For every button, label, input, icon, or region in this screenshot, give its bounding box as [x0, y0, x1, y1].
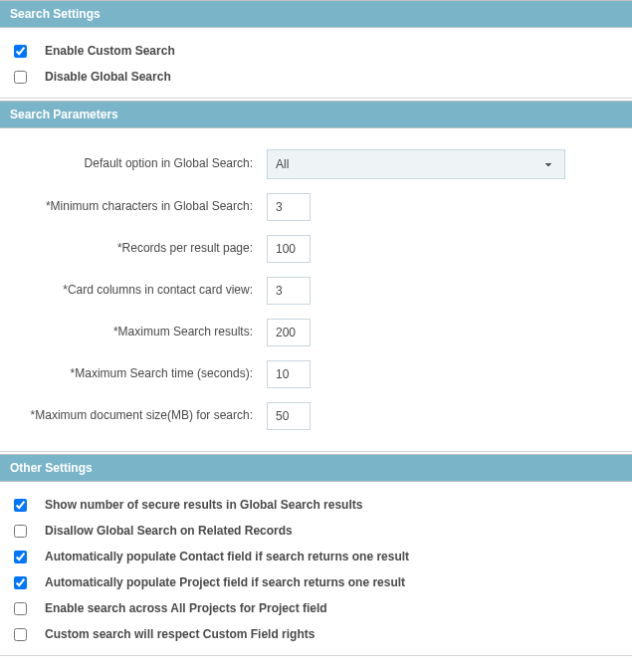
enable-custom-search-checkbox[interactable] — [14, 45, 27, 58]
records-per-page-label: *Records per result page: — [14, 241, 267, 257]
card-columns-row: *Card columns in contact card view: — [0, 270, 632, 312]
auto-populate-project-label: Automatically populate Project field if … — [45, 575, 405, 589]
enable-all-projects-checkbox[interactable] — [14, 602, 27, 615]
auto-populate-contact-label: Automatically populate Contact field if … — [45, 550, 409, 563]
show-secure-count-row: Show number of secure results in Global … — [0, 492, 632, 518]
enable-all-projects-label: Enable search across All Projects for Pr… — [45, 601, 327, 615]
max-doc-size-label: *Maximum document size(MB) for search: — [14, 408, 267, 424]
disallow-related-label: Disallow Global Search on Related Record… — [45, 524, 293, 538]
max-doc-size-row: *Maximum document size(MB) for search: — [0, 395, 632, 437]
default-option-select[interactable]: All — [267, 149, 565, 179]
show-secure-count-label: Show number of secure results in Global … — [45, 498, 362, 512]
other-settings-body: Show number of secure results in Global … — [0, 482, 632, 656]
enable-custom-search-label: Enable Custom Search — [45, 44, 175, 58]
max-time-label: *Maximum Search time (seconds): — [14, 366, 267, 382]
max-results-label: *Maximum Search results: — [14, 325, 267, 340]
disallow-related-row: Disallow Global Search on Related Record… — [0, 518, 632, 544]
disable-global-search-checkbox[interactable] — [14, 71, 27, 84]
max-doc-size-input[interactable] — [267, 402, 311, 430]
auto-populate-contact-row: Automatically populate Contact field if … — [0, 544, 632, 569]
custom-field-rights-label: Custom search will respect Custom Field … — [45, 627, 315, 641]
disallow-related-checkbox[interactable] — [14, 525, 27, 538]
custom-field-rights-checkbox[interactable] — [14, 628, 27, 641]
records-per-page-row: *Records per result page: — [0, 228, 632, 270]
search-parameters-section: Search Parameters Default option in Glob… — [0, 101, 632, 452]
other-settings-header: Other Settings — [0, 454, 632, 482]
show-secure-count-checkbox[interactable] — [14, 499, 27, 512]
max-time-row: *Maximum Search time (seconds): — [0, 353, 632, 395]
disable-global-search-row: Disable Global Search — [0, 64, 632, 90]
max-results-row: *Maximum Search results: — [0, 312, 632, 353]
search-parameters-body: Default option in Global Search: All *Mi… — [0, 128, 632, 452]
max-results-input[interactable] — [267, 319, 311, 346]
card-columns-input[interactable] — [267, 277, 311, 305]
min-chars-row: *Minimum characters in Global Search: — [0, 186, 632, 228]
disable-global-search-label: Disable Global Search — [45, 70, 171, 84]
search-settings-section: Search Settings Enable Custom Search Dis… — [0, 0, 632, 99]
search-settings-body: Enable Custom Search Disable Global Sear… — [0, 28, 632, 99]
search-parameters-header: Search Parameters — [0, 101, 632, 128]
enable-custom-search-row: Enable Custom Search — [0, 38, 632, 64]
custom-field-rights-row: Custom search will respect Custom Field … — [0, 621, 632, 647]
records-per-page-input[interactable] — [267, 235, 311, 263]
search-settings-header: Search Settings — [0, 0, 632, 28]
auto-populate-contact-checkbox[interactable] — [14, 551, 27, 563]
max-time-input[interactable] — [267, 360, 311, 388]
auto-populate-project-checkbox[interactable] — [14, 576, 27, 589]
default-option-label: Default option in Global Search: — [14, 156, 267, 172]
card-columns-label: *Card columns in contact card view: — [14, 283, 267, 299]
enable-all-projects-row: Enable search across All Projects for Pr… — [0, 595, 632, 621]
min-chars-label: *Minimum characters in Global Search: — [14, 199, 267, 215]
min-chars-input[interactable] — [267, 193, 311, 221]
other-settings-section: Other Settings Show number of secure res… — [0, 454, 632, 656]
default-option-row: Default option in Global Search: All — [0, 142, 632, 186]
auto-populate-project-row: Automatically populate Project field if … — [0, 569, 632, 595]
